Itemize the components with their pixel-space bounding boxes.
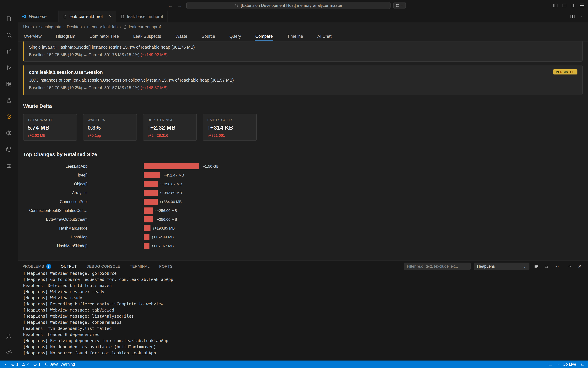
output-filter-input[interactable] — [404, 263, 471, 270]
search-icon — [234, 3, 239, 8]
panel-tab-label: DEBUG CONSOLE — [86, 264, 120, 268]
toggle-sidebar-left-icon[interactable] — [553, 2, 558, 8]
stat-delta: ↑+2,428,316 — [147, 133, 192, 138]
compare-content: Single java.util.HashMap$Node[] instance… — [18, 41, 588, 260]
history-forward-button[interactable]: → — [177, 2, 182, 8]
log-line: HeapLens: mvn dependency:list failed: — [23, 325, 588, 331]
breadcrumb-item[interactable]: sachingupta — [39, 25, 61, 29]
heaplens-extension-icon[interactable] — [0, 109, 18, 125]
close-tab-icon[interactable]: ✕ — [109, 14, 112, 19]
status-bar: >< 1 4 1 Java: Warning Go Live — [0, 360, 588, 368]
toggle-panel-icon[interactable] — [561, 2, 567, 8]
chart-category-label: ConnectionPool$SimulatedCon… — [23, 209, 87, 212]
problems-status[interactable]: 1 4 1 — [11, 362, 40, 366]
customize-layout-icon[interactable] — [579, 2, 585, 8]
go-live-button[interactable]: Go Live — [557, 362, 576, 367]
explorer-icon[interactable] — [0, 10, 18, 27]
tab-query[interactable]: Query — [229, 31, 241, 41]
stat-label: WASTE % — [87, 118, 133, 122]
breadcrumb-item[interactable]: Users — [23, 25, 34, 29]
accounts-icon[interactable] — [0, 328, 18, 344]
tab-source[interactable]: Source — [201, 31, 215, 41]
maximize-panel-icon[interactable] — [566, 263, 573, 270]
retained-size-bar-chart: LeakLabApp ↑+1.50 GB byte[] ↑+451.47 MB … — [23, 162, 583, 250]
extensions-icon[interactable] — [0, 76, 18, 92]
panel-tab-output[interactable]: OUTPUT — [61, 260, 77, 272]
tab-leak-current[interactable]: leak-current.hprof ✕ — [58, 10, 116, 22]
output-channel-value: HeapLens — [477, 264, 495, 268]
chart-category-label: ArrayList — [23, 191, 87, 195]
tab-compare[interactable]: Compare — [255, 31, 273, 41]
stat-label: EMPTY COLLS. — [207, 118, 252, 122]
tab-welcome[interactable]: Welcome — [18, 10, 58, 22]
toggle-sidebar-right-icon[interactable] — [570, 2, 576, 8]
close-panel-icon[interactable]: ✕ — [576, 263, 583, 270]
stat-card-waste-pct: WASTE % 0.3% ↑+0.1pp — [83, 114, 137, 141]
panel-tab-label: OUTPUT — [61, 264, 77, 268]
stat-label: DUP. STRINGS — [147, 118, 192, 122]
chart-row: HashMap$Node ↑+190.85 MB — [23, 224, 583, 233]
delta-value: (↑+149.02 MB) — [141, 52, 168, 57]
tab-waste[interactable]: Waste — [175, 31, 187, 41]
output-wordwrap-icon[interactable] — [533, 263, 540, 270]
docker-extension-icon[interactable] — [0, 141, 18, 157]
info-count: 1 — [38, 362, 40, 366]
suspect-card-usersession[interactable]: com.leaklab.session.UserSession PERSISTE… — [23, 65, 583, 95]
chart-row: byte[] ↑+451.47 MB — [23, 171, 583, 180]
tab-overview[interactable]: Overview — [24, 31, 42, 41]
bottom-panel: PROBLEMS 6 OUTPUT DEBUG CONSOLE TERMINAL… — [18, 260, 588, 360]
log-line: [HeapLens] Webview message: ready — [23, 289, 588, 295]
more-actions-icon[interactable]: ⋯ — [579, 14, 584, 19]
suspect-card-hashmap-node[interactable]: Single java.util.HashMap$Node[] instance… — [23, 41, 583, 62]
chart-category-label: HashMap$Node — [23, 226, 87, 230]
panel-tab-problems[interactable]: PROBLEMS 6 — [22, 260, 51, 272]
suspect-description: Single java.util.HashMap$Node[] instance… — [29, 45, 578, 50]
editor-layout-status-icon[interactable] — [548, 362, 553, 367]
chart-bar — [144, 172, 160, 178]
panel-tab-ports[interactable]: PORTS — [159, 260, 172, 272]
panel-tab-terminal[interactable]: TERMINAL — [130, 260, 150, 272]
more-actions-icon[interactable]: ⋯ — [553, 263, 560, 270]
source-control-icon[interactable] — [0, 43, 18, 60]
command-center-secondary-button[interactable]: ⌄ — [393, 1, 406, 9]
tab-leak-suspects[interactable]: Leak Suspects — [133, 31, 161, 41]
tab-label: Welcome — [29, 14, 47, 19]
history-back-button[interactable]: ← — [168, 2, 173, 8]
breadcrumb-item[interactable]: memory-leak-lab — [87, 25, 118, 29]
chevron-right-icon: › — [84, 25, 85, 29]
globe-extension-icon[interactable] — [0, 125, 18, 141]
settings-gear-icon[interactable] — [0, 344, 18, 360]
suspect-title: com.leaklab.session.UserSession — [29, 69, 103, 75]
panel-tab-label: PROBLEMS — [22, 264, 44, 268]
tab-timeline[interactable]: Timeline — [287, 31, 303, 41]
chart-row: HashMap ↑+162.44 MB — [23, 233, 583, 241]
log-line: [HeapLens] Resending buffered analysisCo… — [23, 301, 588, 307]
title-bar: ← → [Extension Development Host] memory-… — [0, 0, 588, 10]
robot-extension-icon[interactable] — [0, 157, 18, 174]
command-center-search[interactable]: [Extension Development Host] memory-anal… — [186, 1, 390, 9]
chart-row: Object[] ↑+396.07 MB — [23, 180, 583, 188]
breadcrumb-item[interactable]: Desktop — [67, 25, 82, 29]
remote-indicator[interactable]: >< — [3, 362, 7, 366]
tab-dominator-tree[interactable]: Dominator Tree — [90, 31, 119, 41]
stat-value: 5.74 MB — [28, 124, 73, 131]
output-log[interactable]: [HeapLens] Webview message: goToSource [… — [18, 270, 588, 360]
run-debug-icon[interactable] — [0, 60, 18, 76]
chevron-down-icon: ⌄ — [401, 3, 404, 7]
panel-header: PROBLEMS 6 OUTPUT DEBUG CONSOLE TERMINAL… — [18, 260, 588, 272]
error-icon — [11, 362, 15, 366]
lock-scroll-icon[interactable] — [543, 263, 550, 270]
java-status[interactable]: Java: Warning — [45, 362, 75, 366]
chart-row: HashMap$Node[] ↑+161.67 MB — [23, 241, 583, 250]
output-channel-select[interactable]: HeapLens ⌄ — [474, 263, 530, 270]
tab-ai-chat[interactable]: AI Chat — [317, 31, 332, 41]
breadcrumb-item-file[interactable]: leak-current.hprof — [123, 25, 161, 29]
suspect-baseline: Baseline: 152.75 MB (10.2%) → Current: 3… — [29, 52, 578, 58]
notifications-bell-icon[interactable] — [580, 362, 585, 367]
tab-leak-baseline[interactable]: leak-baseline.hprof — [116, 10, 167, 22]
tab-histogram[interactable]: Histogram — [56, 31, 75, 41]
panel-tab-debug-console[interactable]: DEBUG CONSOLE — [86, 260, 120, 272]
search-view-icon[interactable] — [0, 27, 18, 43]
testing-beaker-icon[interactable] — [0, 92, 18, 109]
split-editor-icon[interactable] — [570, 14, 575, 19]
